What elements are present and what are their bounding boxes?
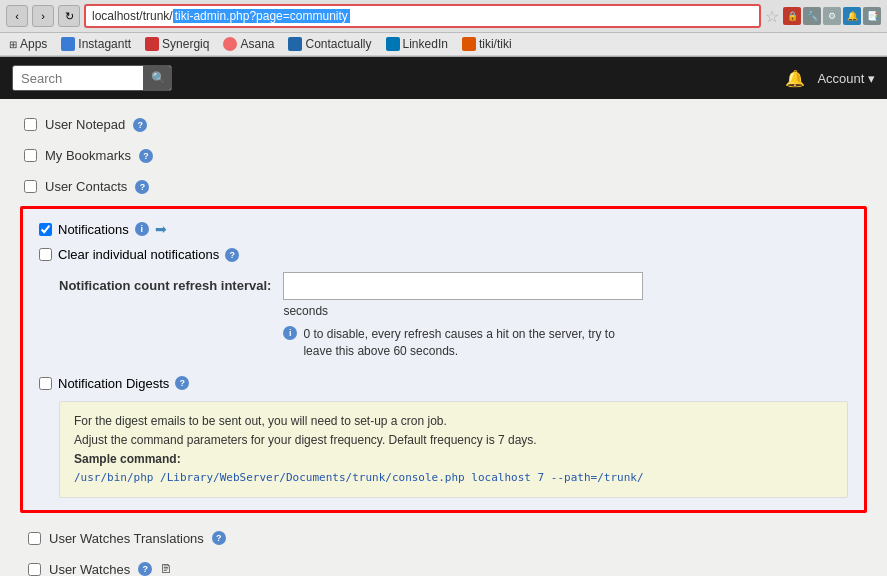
bookmarks-bar: ⊞ Apps Instagantt Synergiq Asana Contact…	[0, 33, 887, 56]
setting-user-watches-translations: User Watches Translations ?	[24, 523, 863, 554]
notifications-link-icon[interactable]: ➡	[155, 221, 167, 237]
account-button[interactable]: Account ▾	[817, 71, 875, 86]
address-bar[interactable]: localhost/trunk/tiki-admin.php?page=comm…	[84, 4, 761, 28]
notifications-info-icon[interactable]: i	[135, 222, 149, 236]
digests-checkbox[interactable]	[39, 377, 52, 390]
bookmark-contactually-label: Contactually	[305, 37, 371, 51]
notifications-header: Notifications i ➡	[39, 221, 848, 237]
search-input[interactable]	[13, 67, 143, 90]
reload-button[interactable]: ↻	[58, 5, 80, 27]
user-notepad-checkbox[interactable]	[24, 118, 37, 131]
user-watches-translations-checkbox[interactable]	[28, 532, 41, 545]
notifications-checkbox[interactable]	[39, 223, 52, 236]
bookmark-asana-label: Asana	[240, 37, 274, 51]
bookmark-linkedin-label: LinkedIn	[403, 37, 448, 51]
digests-info-icon[interactable]: ?	[175, 376, 189, 390]
account-label: Account	[817, 71, 864, 86]
ext-icon-5[interactable]: 📑	[863, 7, 881, 25]
my-bookmarks-label: My Bookmarks	[45, 148, 131, 163]
nav-bar: ‹ › ↻ localhost/trunk/tiki-admin.php?pag…	[0, 0, 887, 33]
clear-notifications-row: Clear individual notifications ?	[39, 247, 848, 262]
setting-my-bookmarks: My Bookmarks ?	[20, 140, 867, 171]
user-watches-translations-info-icon[interactable]: ?	[212, 531, 226, 545]
digests-section: Notification Digests ? For the digest em…	[39, 376, 848, 498]
user-watches-extra-icon[interactable]: 🖹	[160, 562, 172, 576]
extension-icons: 🔒 🔧 ⚙ 🔔 📑	[783, 7, 881, 25]
bell-icon[interactable]: 🔔	[785, 69, 805, 88]
bookmark-synergiq-label: Synergiq	[162, 37, 209, 51]
notification-count-label: Notification count refresh interval:	[59, 272, 271, 293]
bookmark-linkedin[interactable]: LinkedIn	[383, 36, 451, 52]
app-toolbar: 🔍 🔔 Account ▾	[0, 57, 887, 99]
bookmark-tiki[interactable]: tiki/tiki	[459, 36, 515, 52]
bookmark-synergiq[interactable]: Synergiq	[142, 36, 212, 52]
digest-command: /usr/bin/php /Library/WebServer/Document…	[74, 469, 833, 487]
user-contacts-checkbox[interactable]	[24, 180, 37, 193]
digests-label: Notification Digests	[58, 376, 169, 391]
bookmark-instagantt[interactable]: Instagantt	[58, 36, 134, 52]
clear-notifications-label: Clear individual notifications	[58, 247, 219, 262]
user-notepad-label: User Notepad	[45, 117, 125, 132]
bottom-settings: User Watches Translations ? User Watches…	[20, 517, 867, 576]
back-button[interactable]: ‹	[6, 5, 28, 27]
bookmark-star-icon[interactable]: ☆	[765, 7, 779, 26]
bookmark-instagantt-label: Instagantt	[78, 37, 131, 51]
ext-icon-2[interactable]: 🔧	[803, 7, 821, 25]
user-contacts-label: User Contacts	[45, 179, 127, 194]
notification-count-help: i 0 to disable, every refresh causes a h…	[283, 326, 643, 360]
search-box: 🔍	[12, 65, 172, 91]
bookmark-contactually[interactable]: Contactually	[285, 36, 374, 52]
my-bookmarks-info-icon[interactable]: ?	[139, 149, 153, 163]
user-watches-label: User Watches	[49, 562, 130, 576]
setting-user-notepad: User Notepad ?	[20, 109, 867, 140]
setting-user-watches: User Watches ? 🖹	[24, 554, 863, 576]
my-bookmarks-checkbox[interactable]	[24, 149, 37, 162]
setting-user-contacts: User Contacts ?	[20, 171, 867, 202]
bookmark-apps[interactable]: ⊞ Apps	[6, 36, 50, 52]
ext-icon-4[interactable]: 🔔	[843, 7, 861, 25]
ext-icon-3[interactable]: ⚙	[823, 7, 841, 25]
notifications-section: Notifications i ➡ Clear individual notif…	[20, 206, 867, 513]
account-arrow-icon: ▾	[868, 71, 875, 86]
digest-info-line1: For the digest emails to be sent out, yo…	[74, 412, 833, 431]
address-highlighted: tiki-admin.php?page=community	[173, 9, 350, 23]
clear-notifications-info-icon[interactable]: ?	[225, 248, 239, 262]
user-watches-translations-label: User Watches Translations	[49, 531, 204, 546]
user-watches-checkbox[interactable]	[28, 563, 41, 576]
toolbar-right: 🔔 Account ▾	[785, 69, 875, 88]
notification-count-unit: seconds	[283, 304, 643, 318]
user-notepad-info-icon[interactable]: ?	[133, 118, 147, 132]
digest-sample-label: Sample command:	[74, 452, 181, 466]
clear-notifications-checkbox[interactable]	[39, 248, 52, 261]
page-content: User Notepad ? My Bookmarks ? User Conta…	[0, 99, 887, 576]
notifications-label: Notifications	[58, 222, 129, 237]
digests-header: Notification Digests ?	[39, 376, 848, 391]
ext-icon-1[interactable]: 🔒	[783, 7, 801, 25]
digest-info-line2: Adjust the command parameters for your d…	[74, 431, 833, 450]
notification-count-input[interactable]	[283, 272, 643, 300]
bookmark-apps-label: Apps	[20, 37, 47, 51]
user-watches-info-icon[interactable]: ?	[138, 562, 152, 576]
bookmark-tiki-label: tiki/tiki	[479, 37, 512, 51]
search-button[interactable]: 🔍	[143, 66, 172, 90]
notification-count-help-icon[interactable]: i	[283, 326, 297, 340]
notification-count-field-row: Notification count refresh interval: sec…	[59, 272, 848, 360]
browser-chrome: ‹ › ↻ localhost/trunk/tiki-admin.php?pag…	[0, 0, 887, 57]
digest-info-box: For the digest emails to be sent out, yo…	[59, 401, 848, 498]
user-contacts-info-icon[interactable]: ?	[135, 180, 149, 194]
address-domain: localhost/trunk/	[92, 9, 173, 23]
notification-count-right: seconds i 0 to disable, every refresh ca…	[283, 272, 643, 360]
forward-button[interactable]: ›	[32, 5, 54, 27]
bookmark-asana[interactable]: Asana	[220, 36, 277, 52]
notification-count-description: 0 to disable, every refresh causes a hit…	[303, 326, 643, 360]
